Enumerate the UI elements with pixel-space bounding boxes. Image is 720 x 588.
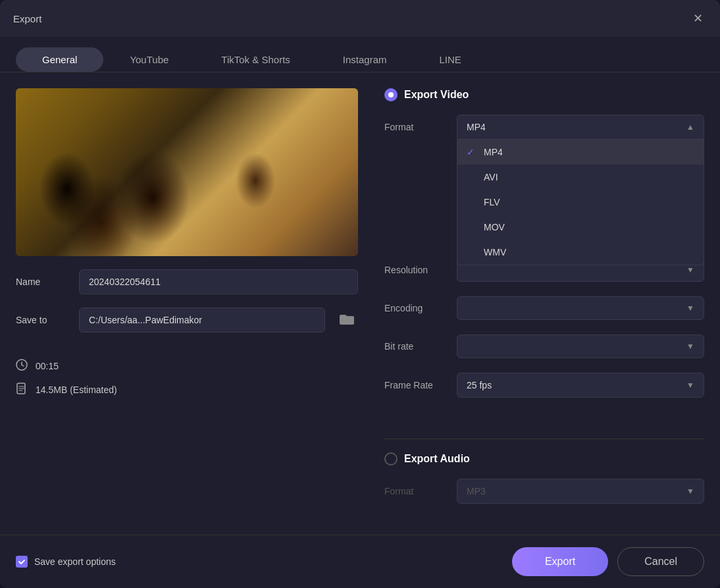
export-button[interactable]: Export bbox=[512, 547, 608, 576]
tab-line[interactable]: LINE bbox=[413, 47, 488, 72]
format-option-mov[interactable]: MOV bbox=[457, 215, 704, 240]
resolution-label: Resolution bbox=[384, 265, 457, 275]
audio-format-chevron-icon: ▼ bbox=[686, 487, 694, 496]
frame-rate-value: 25 fps bbox=[467, 380, 492, 390]
tab-bar: General YouTube TikTok & Shorts Instagra… bbox=[0, 37, 720, 72]
export-video-radio[interactable] bbox=[384, 88, 398, 101]
encoding-wrapper: ▼ bbox=[457, 296, 704, 320]
left-panel: Name Save to bbox=[16, 88, 358, 519]
format-label: Format bbox=[384, 122, 457, 132]
format-option-mp4-label: MP4 bbox=[484, 147, 503, 157]
audio-format-value: MP3 bbox=[467, 486, 486, 496]
format-row: Format MP4 ▲ ✓ MP4 bbox=[384, 115, 704, 140]
footer: Save export options Export Cancel bbox=[0, 535, 720, 588]
audio-format-label: Format bbox=[384, 486, 457, 496]
video-thumbnail bbox=[16, 88, 358, 256]
audio-format-select: MP3 ▼ bbox=[457, 479, 704, 504]
format-option-mov-label: MOV bbox=[484, 222, 505, 232]
export-video-header: Export Video bbox=[384, 88, 704, 101]
format-option-avi[interactable]: AVI bbox=[457, 165, 704, 190]
main-content: Name Save to bbox=[0, 72, 720, 535]
format-option-wmv[interactable]: WMV bbox=[457, 240, 704, 265]
encoding-label: Encoding bbox=[384, 303, 457, 313]
tab-general[interactable]: General bbox=[16, 47, 103, 72]
export-video-section: Export Video Format MP4 ▲ ✓ MP4 bbox=[384, 88, 704, 412]
format-option-avi-label: AVI bbox=[484, 172, 498, 182]
dialog-title: Export bbox=[13, 13, 41, 24]
right-panel: Export Video Format MP4 ▲ ✓ MP4 bbox=[384, 88, 704, 519]
format-wrapper: MP4 ▲ ✓ MP4 AVI bbox=[457, 115, 704, 140]
tab-instagram[interactable]: Instagram bbox=[317, 47, 413, 72]
video-preview bbox=[16, 88, 358, 256]
audio-format-row: Format MP3 ▼ bbox=[384, 479, 704, 504]
format-selected-value: MP4 bbox=[467, 122, 486, 132]
meta-info: 00:15 14.5MB (Estimated) bbox=[16, 359, 358, 397]
video-overlay bbox=[16, 88, 358, 256]
bit-rate-chevron-icon: ▼ bbox=[686, 342, 694, 351]
file-icon bbox=[16, 383, 28, 397]
duration-item: 00:15 bbox=[16, 359, 358, 373]
footer-buttons: Export Cancel bbox=[512, 547, 704, 576]
tab-youtube[interactable]: YouTube bbox=[103, 47, 195, 72]
export-audio-radio[interactable] bbox=[384, 452, 398, 466]
frame-rate-row: Frame Rate 25 fps ▼ bbox=[384, 373, 704, 398]
export-audio-header: Export Audio bbox=[384, 452, 704, 466]
tab-tiktok[interactable]: TikTok & Shorts bbox=[195, 47, 316, 72]
browse-folder-button[interactable] bbox=[336, 308, 358, 333]
frame-rate-label: Frame Rate bbox=[384, 380, 457, 390]
cancel-button[interactable]: Cancel bbox=[617, 547, 704, 576]
clock-icon bbox=[16, 359, 28, 373]
encoding-chevron-icon: ▼ bbox=[686, 304, 694, 313]
size-item: 14.5MB (Estimated) bbox=[16, 383, 358, 397]
save-options: Save export options bbox=[16, 556, 116, 568]
name-label: Name bbox=[16, 277, 68, 287]
format-dropdown: ✓ MP4 AVI FLV bbox=[457, 140, 704, 265]
resolution-chevron-icon: ▼ bbox=[686, 265, 694, 275]
name-field-group: Name bbox=[16, 269, 358, 294]
export-dialog: Export ✕ General YouTube TikTok & Shorts… bbox=[0, 0, 720, 588]
bit-rate-wrapper: ▼ bbox=[457, 334, 704, 358]
save-to-input[interactable] bbox=[79, 307, 325, 333]
export-audio-title: Export Audio bbox=[404, 453, 470, 465]
name-input[interactable] bbox=[79, 269, 358, 294]
save-export-label: Save export options bbox=[34, 556, 116, 567]
format-select[interactable]: MP4 ▲ bbox=[457, 115, 704, 140]
close-button[interactable]: ✕ bbox=[688, 9, 707, 28]
size-value: 14.5MB (Estimated) bbox=[36, 385, 117, 395]
bit-rate-select[interactable]: ▼ bbox=[457, 334, 704, 358]
format-option-flv[interactable]: FLV bbox=[457, 190, 704, 215]
titlebar: Export ✕ bbox=[0, 0, 720, 37]
section-divider bbox=[384, 439, 704, 439]
chevron-up-icon: ▲ bbox=[686, 122, 694, 132]
save-to-label: Save to bbox=[16, 315, 68, 325]
format-option-flv-label: FLV bbox=[484, 197, 500, 207]
encoding-select[interactable]: ▼ bbox=[457, 296, 704, 320]
bit-rate-row: Bit rate ▼ bbox=[384, 334, 704, 358]
check-icon: ✓ bbox=[467, 147, 477, 157]
duration-value: 00:15 bbox=[36, 361, 59, 371]
save-export-checkbox[interactable] bbox=[16, 556, 28, 568]
frame-rate-wrapper: 25 fps ▼ bbox=[457, 373, 704, 398]
frame-rate-chevron-icon: ▼ bbox=[686, 381, 694, 390]
frame-rate-select[interactable]: 25 fps ▼ bbox=[457, 373, 704, 398]
audio-format-wrapper: MP3 ▼ bbox=[457, 479, 704, 504]
format-option-mp4[interactable]: ✓ MP4 bbox=[457, 140, 704, 165]
export-video-title: Export Video bbox=[404, 89, 469, 101]
export-audio-section: Export Audio Format MP3 ▼ bbox=[384, 452, 704, 518]
bit-rate-label: Bit rate bbox=[384, 341, 457, 352]
save-to-field-group: Save to bbox=[16, 307, 358, 333]
encoding-row: Encoding ▼ bbox=[384, 296, 704, 320]
format-option-wmv-label: WMV bbox=[484, 247, 506, 257]
